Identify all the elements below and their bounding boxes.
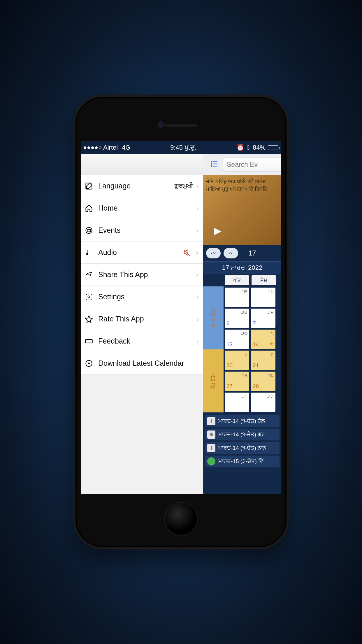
calendar-cell[interactable]: ੩੦13 [225, 330, 249, 349]
chevron-right-icon: › [196, 337, 199, 346]
star-icon [84, 315, 94, 323]
music-note-icon [84, 249, 94, 257]
chevron-right-icon: › [196, 181, 199, 191]
dow-row: ਐਤ ਸੋਮ [203, 274, 281, 286]
menu-item-rate[interactable]: Rate This App › [81, 308, 203, 330]
banner-line1: ਚੇਤਿ ਗੋਵਿੰਦੁ ਅਰਾਧੀਐ ਹੋਵੈ ਅਨੰਦ [206, 178, 278, 186]
menu-item-download[interactable]: Download Latest Calendar [81, 352, 203, 374]
menu-item-events[interactable]: Events › [81, 219, 203, 242]
month-label-2: ਚੇਤ 554 [203, 349, 224, 412]
nav-day-number: 17 [248, 249, 256, 257]
menu-item-share[interactable]: Share This App › [81, 264, 203, 286]
year-label: 2022 [248, 264, 262, 272]
calendar-cell[interactable]: ੧੪27 [225, 372, 249, 391]
calendar-cell[interactable]: ੭20 [225, 351, 249, 370]
calendar-cell[interactable]: ੮21 [251, 351, 275, 370]
carrier-label: Airtel [103, 144, 118, 151]
event-item[interactable]: ✳ਮਾਰਚ-14 (੧-ਚੇਤ) ਹੋਲ [205, 415, 280, 427]
menu-label: Audio [98, 248, 182, 257]
download-icon [84, 359, 94, 368]
calendar-cell[interactable]: ੨੩6 [225, 309, 249, 328]
svg-rect-5 [85, 340, 92, 343]
search-input[interactable]: Search Ev [223, 157, 281, 172]
mute-icon [182, 249, 192, 257]
menu-label: Home [98, 204, 196, 212]
menu-item-feedback[interactable]: Feedback › [81, 330, 203, 352]
star-icon: ★ [269, 341, 274, 347]
event-text: ਮਾਰਚ-14 (੧-ਚੇਤ) ਗੁਰ [218, 431, 265, 438]
menu-label: Download Latest Calendar [98, 359, 199, 368]
svg-point-13 [211, 164, 212, 164]
speaker-slot [165, 124, 197, 127]
menu-item-home[interactable]: Home › [81, 197, 203, 219]
svg-point-4 [88, 296, 90, 298]
calendar-cell[interactable]: ੨੪7 [251, 309, 275, 328]
event-item[interactable]: ✳ਮਾਰਚ-14 (੧-ਚੇਤ) ਗੁਰ [205, 429, 280, 440]
banner-line2: ਪਾਇਆ ਪੂਤੁ ਆਪਣਾ ਆਏ ਤਿਸਹਿ [206, 186, 278, 193]
svg-rect-2 [87, 229, 91, 232]
menu-label: Language [98, 182, 175, 190]
menu-item-audio[interactable]: Audio › [81, 242, 203, 264]
toolbar: Search Ev [203, 154, 281, 175]
share-icon [84, 271, 94, 279]
svg-point-1 [86, 227, 92, 233]
chevron-right-icon: › [196, 292, 199, 302]
side-drawer: Language ਗੁਰਮੁਖੀ › Home › Events › [81, 154, 203, 494]
chevron-right-icon: › [196, 270, 199, 279]
signal-icon [84, 146, 101, 149]
chevron-right-icon: › [196, 248, 199, 257]
event-list: ✳ਮਾਰਚ-14 (੧-ਚੇਤ) ਹੋਲ✳ਮਾਰਚ-14 (੧-ਚੇਤ) ਗੁਰ… [203, 413, 281, 470]
status-time: 9:45 ਪੂ.ਦੁ. [170, 144, 196, 151]
alarm-icon: ⏰ [236, 144, 244, 151]
calendar-cell[interactable]: ੧14★ [251, 330, 275, 349]
date-nav: ‹‹‹ ‹‹ 17 [203, 245, 281, 261]
bluetooth-icon: ᛒ [247, 144, 250, 151]
back-button[interactable]: ‹‹ [224, 248, 238, 258]
event-item[interactable]: ਮਾਰਚ-15 (੨-ਚੇਤ) ਵਿੱ [205, 456, 280, 467]
menu-label: Rate This App [98, 315, 196, 323]
khanda-icon: ✳ [207, 430, 215, 439]
chevron-right-icon: › [196, 204, 199, 213]
edit-icon [84, 182, 94, 190]
calendar-cell[interactable]: ੧੬ [225, 288, 249, 307]
search-placeholder: Search Ev [227, 161, 258, 169]
menu-label: Events [98, 226, 196, 235]
battery-pct: 84% [253, 144, 266, 151]
menu-label: Feedback [98, 337, 196, 345]
dow-cell: ਐਤ [225, 275, 249, 285]
drawer-empty [81, 374, 203, 494]
menu-label: Share This App [98, 270, 196, 279]
event-item[interactable]: ✳ਮਾਰਚ-14 (੧-ਚੇਤ) ਨਾਨ [205, 442, 280, 454]
event-text: ਮਾਰਚ-14 (੧-ਚੇਤ) ਹੋਲ [218, 418, 265, 424]
screen: Airtel 4G 9:45 ਪੂ.ਦੁ. ⏰ ᛒ 84% Language ਗ [81, 141, 281, 494]
svg-point-12 [211, 161, 212, 162]
list-icon[interactable] [210, 160, 219, 169]
event-text: ਮਾਰਚ-15 (੨-ਚੇਤ) ਵਿੱ [218, 458, 263, 465]
phone-frame: Airtel 4G 9:45 ਪੂ.ਦੁ. ⏰ ᛒ 84% Language ਗ [73, 94, 289, 550]
battery-icon [268, 145, 278, 150]
calendar-cell[interactable]: ੨੧ [225, 393, 249, 412]
network-label: 4G [122, 144, 130, 151]
home-icon [84, 204, 94, 212]
dow-cell: ਸੋਮ [252, 275, 276, 285]
menu-item-language[interactable]: Language ਗੁਰਮੁਖੀ › [81, 175, 203, 197]
shabad-banner: ਚੇਤਿ ਗੋਵਿੰਦੁ ਅਰਾਧੀਐ ਹੋਵੈ ਅਨੰਦ ਪਾਇਆ ਪੂਤੁ … [203, 175, 281, 245]
calendar-icon [84, 226, 94, 235]
status-bar: Airtel 4G 9:45 ਪੂ.ਦੁ. ⏰ ᛒ 84% [81, 141, 281, 154]
calendar-cell[interactable]: ੧੫28 [251, 372, 275, 391]
fast-back-button[interactable]: ‹‹‹ [206, 248, 221, 258]
home-button[interactable] [165, 503, 197, 535]
khanda-icon: ✳ [207, 444, 215, 452]
drawer-menu: Language ਗੁਰਮੁਖੀ › Home › Events › [81, 175, 203, 374]
calendar-cell[interactable]: ੨੨ [251, 393, 275, 412]
menu-item-settings[interactable]: Settings › [81, 286, 203, 308]
keyboard-icon [84, 337, 94, 345]
calendar-cell[interactable]: ੧੭ [251, 288, 275, 307]
drawer-header [81, 154, 203, 175]
date-row: 17 ਮਾਰਚ 2022 [203, 261, 281, 274]
play-button[interactable]: ▶ [214, 225, 222, 236]
menu-label: Settings [98, 293, 196, 301]
camera-dot [158, 121, 164, 128]
gear-icon [84, 293, 94, 301]
menu-value: ਗੁਰਮੁਖੀ [175, 182, 193, 190]
